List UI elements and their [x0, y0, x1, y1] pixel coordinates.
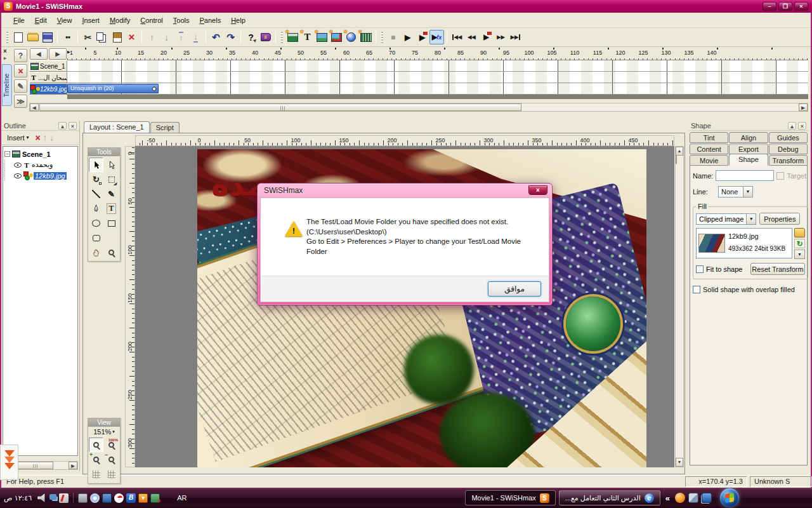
open-image-icon[interactable] — [794, 228, 805, 237]
network-icon[interactable] — [49, 494, 56, 500]
menu-item[interactable]: Control — [136, 15, 167, 26]
fit-to-shape-checkbox[interactable] — [696, 265, 704, 273]
flashget-desktop-icon[interactable] — [0, 444, 18, 480]
target-checkbox[interactable] — [776, 172, 784, 180]
scroll-down-icon[interactable]: ▼ — [676, 458, 683, 467]
show-grid-icon[interactable] — [89, 467, 103, 481]
ellipse-tool-icon[interactable] — [89, 216, 103, 231]
image-dropdown-icon[interactable]: ▼ — [794, 250, 805, 259]
eye-icon[interactable] — [14, 163, 22, 168]
line-tool-icon[interactable] — [89, 187, 103, 201]
language-indicator[interactable]: AR — [177, 494, 187, 502]
pan-tool-icon[interactable] — [89, 245, 103, 260]
expander-icon[interactable]: − — [4, 151, 10, 157]
tree-item-scene[interactable]: − Scene_1 — [4, 149, 76, 159]
timeline-tab[interactable]: Timeline — [2, 64, 12, 106]
quicklaunch-app-icon[interactable] — [675, 493, 685, 503]
move-to-top-icon[interactable] — [174, 30, 188, 44]
zoom-tool-icon[interactable] — [104, 245, 119, 260]
insert-button-icon[interactable] — [329, 30, 344, 44]
undo-icon[interactable] — [209, 30, 223, 44]
select-tool-icon[interactable] — [89, 157, 103, 172]
tab-shape[interactable]: Shape — [729, 154, 768, 166]
zoom-level-dropdown[interactable]: 151%▾ — [88, 427, 120, 437]
step-forward-icon[interactable] — [494, 30, 508, 44]
play-movie-icon[interactable] — [400, 30, 415, 44]
cd-burner-icon[interactable] — [90, 493, 100, 503]
scroll-up-icon[interactable]: ▲ — [676, 147, 683, 156]
insert-movie-icon[interactable] — [358, 30, 373, 44]
menu-item[interactable]: Insert — [77, 15, 104, 26]
menu-item[interactable]: Edit — [30, 15, 51, 26]
timeline-row-scene[interactable]: Scene_1 — [29, 60, 67, 72]
panel-close-icon[interactable]: × — [798, 122, 806, 130]
dialog-close-icon[interactable]: × — [528, 185, 547, 195]
show-desktop-icon[interactable] — [688, 493, 698, 503]
open-icon[interactable] — [25, 30, 40, 44]
taskbar-button-lesson[interactable]: الدرس الثاني التعامل مع... e — [559, 490, 660, 505]
rounded-rectangle-tool-icon[interactable] — [89, 231, 103, 245]
find-icon[interactable] — [60, 30, 75, 44]
zoom-out-icon[interactable] — [104, 452, 119, 467]
step-back-icon[interactable] — [464, 30, 479, 44]
minimize-icon[interactable]: – — [763, 2, 776, 11]
pencil-tool-icon[interactable]: ✎ — [104, 187, 119, 201]
pen-tool-icon[interactable] — [89, 201, 103, 216]
subselect-tool-icon[interactable] — [104, 157, 119, 172]
snap-to-grid-icon[interactable] — [104, 467, 119, 481]
expand-timeline-icon[interactable]: ≫ — [14, 95, 27, 108]
bluetooth-icon[interactable]: B — [126, 493, 136, 503]
scroll-left-icon[interactable]: ◀ — [30, 104, 39, 111]
ok-button[interactable]: موافق — [488, 281, 541, 297]
panel-collapse-icon[interactable]: ▴ — [58, 122, 67, 130]
menu-item[interactable]: View — [53, 15, 77, 26]
window-switcher-icon[interactable] — [702, 493, 712, 503]
menu-item[interactable]: Panels — [195, 15, 226, 26]
timeline-track-image[interactable]: Unsquash in (20) — [67, 83, 808, 95]
close-icon[interactable]: × — [794, 2, 808, 11]
transform-tool-icon[interactable]: ↻ — [89, 172, 103, 187]
timeline-arrow-icon[interactable]: ▸ — [4, 55, 6, 61]
insert-scene-icon[interactable] — [285, 30, 300, 44]
restore-icon[interactable]: ❐ — [778, 2, 792, 11]
move-to-bottom-icon[interactable] — [188, 30, 203, 44]
zoom-in-icon[interactable] — [89, 452, 103, 467]
menu-item[interactable]: File — [9, 15, 29, 26]
insert-menu-button[interactable]: Insert▾ — [3, 132, 33, 143]
tab-debug[interactable]: Debug — [769, 144, 808, 154]
panel-close-icon[interactable]: × — [69, 122, 77, 130]
insert-text-icon[interactable] — [300, 30, 315, 44]
name-input[interactable] — [716, 170, 774, 181]
tab-script[interactable]: Script — [150, 122, 180, 133]
goto-end-icon[interactable] — [508, 30, 523, 44]
tab-export[interactable]: Export — [729, 144, 768, 154]
timeline-row-text[interactable]: T سبحان ال... — [29, 72, 67, 83]
save-icon[interactable] — [40, 30, 55, 44]
scene-prev-icon[interactable]: ◀ — [30, 48, 48, 60]
move-up-icon[interactable] — [145, 30, 159, 44]
volume-icon[interactable] — [37, 493, 47, 503]
display-icon[interactable] — [78, 493, 88, 503]
eye-icon[interactable] — [14, 173, 22, 178]
script-help-icon[interactable]: ? — [14, 49, 27, 62]
scroll-right-icon[interactable]: ▶ — [69, 462, 77, 469]
timeline-ruler[interactable]: ▶ 15101520253035404550556065707580859095… — [67, 48, 808, 60]
timeline-track-scene[interactable] — [67, 60, 808, 72]
canvas-vscrollbar[interactable]: ▲ ▼ — [675, 146, 684, 467]
tab-content[interactable]: Content — [690, 144, 728, 154]
stop-icon[interactable] — [386, 30, 400, 44]
panel-collapse-icon[interactable]: ▴ — [788, 122, 796, 130]
solid-shape-checkbox[interactable] — [693, 286, 700, 293]
tab-align[interactable]: Align — [729, 132, 768, 143]
play-flag-icon[interactable] — [479, 30, 494, 44]
outline-move-up-icon[interactable]: ↑ — [43, 133, 48, 142]
tab-guides[interactable]: Guides — [769, 132, 808, 143]
tab-tint[interactable]: Tint — [690, 132, 728, 143]
insert-image-icon[interactable] — [315, 30, 329, 44]
tab-layout[interactable]: Layout : Scene_1 — [84, 121, 150, 133]
copy-icon[interactable] — [95, 30, 110, 44]
menu-item[interactable]: Help — [226, 15, 250, 26]
scroll-right-icon[interactable]: ▶ — [799, 104, 808, 111]
context-help-icon[interactable] — [244, 30, 258, 44]
tree-item-text[interactable]: T وبحمده — [4, 159, 76, 170]
